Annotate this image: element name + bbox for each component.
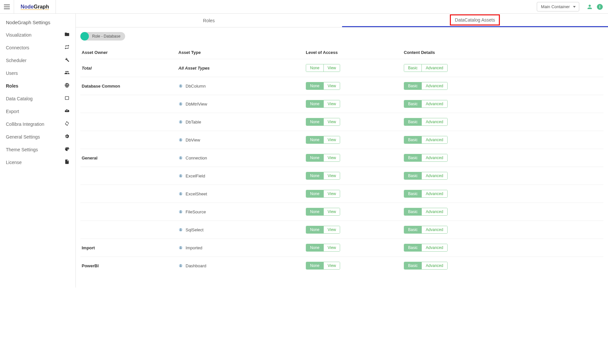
access-none[interactable]: None xyxy=(306,226,323,233)
access-toggle[interactable]: NoneView xyxy=(306,190,340,198)
details-toggle[interactable]: BasicAdvanced xyxy=(404,100,448,108)
access-view[interactable]: View xyxy=(323,136,340,143)
access-toggle[interactable]: NoneView xyxy=(306,262,340,270)
type-cell: All Asset Types xyxy=(178,66,306,71)
info-icon[interactable]: i xyxy=(597,4,603,10)
details-basic[interactable]: Basic xyxy=(404,64,421,72)
details-toggle[interactable]: BasicAdvanced xyxy=(404,118,448,126)
access-none[interactable]: None xyxy=(306,64,323,72)
access-cell: NoneView xyxy=(306,226,404,234)
sidebar-item-visualization[interactable]: Visualization xyxy=(0,28,75,41)
sidebar-item-export[interactable]: Export xyxy=(0,105,75,118)
details-toggle[interactable]: BasicAdvanced xyxy=(404,82,448,90)
access-toggle[interactable]: NoneView xyxy=(306,118,340,126)
details-toggle[interactable]: BasicAdvanced xyxy=(404,154,448,162)
access-toggle[interactable]: NoneView xyxy=(306,244,340,252)
tab-datacatalog-assets[interactable]: DataCatalog Assets xyxy=(342,14,608,27)
tab-roles[interactable]: Roles xyxy=(76,14,342,27)
details-toggle[interactable]: BasicAdvanced xyxy=(404,190,448,198)
details-basic[interactable]: Basic xyxy=(404,100,421,108)
details-basic[interactable]: Basic xyxy=(404,190,421,197)
type-label: DbView xyxy=(186,138,200,142)
details-advanced[interactable]: Advanced xyxy=(421,82,447,90)
details-toggle[interactable]: BasicAdvanced xyxy=(404,208,448,216)
details-advanced[interactable]: Advanced xyxy=(421,118,447,125)
details-advanced[interactable]: Advanced xyxy=(421,154,447,161)
sidebar-item-scheduler[interactable]: Scheduler xyxy=(0,54,75,67)
details-advanced[interactable]: Advanced xyxy=(421,100,447,108)
details-basic[interactable]: Basic xyxy=(404,172,421,179)
details-toggle[interactable]: BasicAdvanced xyxy=(404,226,448,234)
details-advanced[interactable]: Advanced xyxy=(421,226,447,233)
access-view[interactable]: View xyxy=(323,190,340,197)
access-none[interactable]: None xyxy=(306,190,323,197)
access-view[interactable]: View xyxy=(323,64,340,72)
details-basic[interactable]: Basic xyxy=(404,82,421,90)
details-advanced[interactable]: Advanced xyxy=(421,64,447,72)
access-view[interactable]: View xyxy=(323,208,340,215)
access-toggle[interactable]: NoneView xyxy=(306,64,340,72)
access-toggle[interactable]: NoneView xyxy=(306,100,340,108)
sidebar-item-connectors[interactable]: Connectors xyxy=(0,41,75,54)
access-view[interactable]: View xyxy=(323,262,340,269)
sidebar-item-data-catalog[interactable]: Data Catalog xyxy=(0,92,75,105)
access-none[interactable]: None xyxy=(306,136,323,143)
details-advanced[interactable]: Advanced xyxy=(421,136,447,143)
access-none[interactable]: None xyxy=(306,154,323,161)
details-basic[interactable]: Basic xyxy=(404,244,421,251)
details-advanced[interactable]: Advanced xyxy=(421,208,447,215)
details-advanced[interactable]: Advanced xyxy=(421,190,447,197)
access-toggle[interactable]: NoneView xyxy=(306,136,340,144)
asset-type-icon xyxy=(178,245,183,250)
access-none[interactable]: None xyxy=(306,118,323,125)
details-toggle[interactable]: BasicAdvanced xyxy=(404,172,448,180)
user-icon[interactable] xyxy=(586,4,593,10)
access-toggle[interactable]: NoneView xyxy=(306,154,340,162)
logo-text-graph: Graph xyxy=(34,4,49,10)
sidebar-item-license[interactable]: License xyxy=(0,156,75,169)
access-none[interactable]: None xyxy=(306,82,323,90)
sidebar-item-users[interactable]: Users xyxy=(0,67,75,79)
details-advanced[interactable]: Advanced xyxy=(421,262,447,269)
details-advanced[interactable]: Advanced xyxy=(421,244,447,251)
details-basic[interactable]: Basic xyxy=(404,208,421,215)
access-toggle[interactable]: NoneView xyxy=(306,172,340,180)
access-view[interactable]: View xyxy=(323,82,340,90)
sidebar-item-roles[interactable]: Roles xyxy=(0,79,75,92)
details-basic[interactable]: Basic xyxy=(404,118,421,125)
access-none[interactable]: None xyxy=(306,172,323,179)
role-chip[interactable]: Role - Database xyxy=(80,32,125,41)
sidebar-item-theme-settings[interactable]: Theme Settings xyxy=(0,143,75,156)
access-view[interactable]: View xyxy=(323,154,340,161)
access-none[interactable]: None xyxy=(306,244,323,251)
details-basic[interactable]: Basic xyxy=(404,136,421,143)
access-none[interactable]: None xyxy=(306,100,323,108)
details-toggle[interactable]: BasicAdvanced xyxy=(404,64,448,72)
access-view[interactable]: View xyxy=(323,226,340,233)
hamburger-menu[interactable] xyxy=(0,0,14,14)
access-toggle[interactable]: NoneView xyxy=(306,82,340,90)
sidebar-item-general-settings[interactable]: General Settings xyxy=(0,130,75,143)
access-toggle[interactable]: NoneView xyxy=(306,226,340,234)
details-toggle[interactable]: BasicAdvanced xyxy=(404,244,448,252)
details-toggle[interactable]: BasicAdvanced xyxy=(404,262,448,270)
access-none[interactable]: None xyxy=(306,208,323,215)
sidebar-item-collibra-integration[interactable]: Collibra Integration xyxy=(0,118,75,130)
details-advanced[interactable]: Advanced xyxy=(421,172,447,179)
details-basic[interactable]: Basic xyxy=(404,226,421,233)
details-cell: BasicAdvanced xyxy=(404,208,459,216)
details-basic[interactable]: Basic xyxy=(404,262,421,269)
access-view[interactable]: View xyxy=(323,244,340,251)
table-row: TotalAll Asset TypesNoneViewBasicAdvance… xyxy=(80,59,603,77)
container-select[interactable]: Main Container xyxy=(537,2,579,11)
access-toggle[interactable]: NoneView xyxy=(306,208,340,216)
logo[interactable]: NodeGraph xyxy=(14,0,56,13)
access-view[interactable]: View xyxy=(323,172,340,179)
access-view[interactable]: View xyxy=(323,100,340,108)
details-toggle[interactable]: BasicAdvanced xyxy=(404,136,448,144)
col-access: Level of Access xyxy=(306,50,404,55)
access-none[interactable]: None xyxy=(306,262,323,269)
access-view[interactable]: View xyxy=(323,118,340,125)
details-basic[interactable]: Basic xyxy=(404,154,421,161)
details-cell: BasicAdvanced xyxy=(404,136,459,144)
